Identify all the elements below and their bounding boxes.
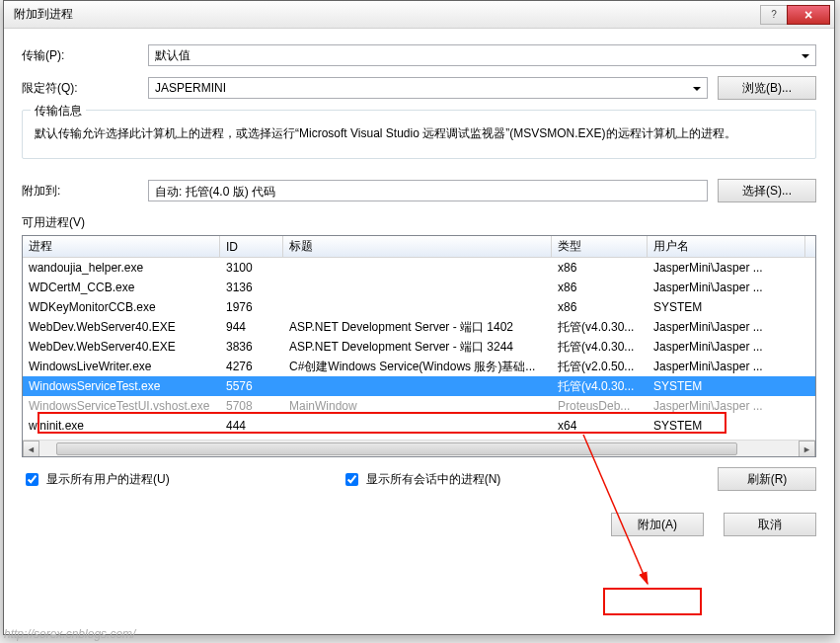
- cell-id: 3100: [220, 261, 283, 275]
- watermark: http://sorex.cnblogs.com/: [4, 627, 135, 641]
- cell-type: 托管(v4.0.30...: [552, 319, 648, 336]
- cell-id: 5708: [220, 399, 283, 413]
- cell-title: ASP.NET Development Server - 端口 1402: [283, 319, 552, 336]
- cell-type: ProteusDeb...: [552, 399, 648, 413]
- cell-user: JasperMini\Jasper ...: [648, 320, 805, 334]
- transport-value: 默认值: [155, 47, 191, 64]
- table-row[interactable]: wininit.exe444x64SYSTEM: [23, 416, 815, 436]
- transport-info-text: 默认传输允许选择此计算机上的进程，或选择运行“Microsoft Visual …: [35, 121, 803, 146]
- cell-proc: WDCertM_CCB.exe: [23, 281, 220, 294]
- qualifier-combo[interactable]: JASPERMINI: [148, 77, 708, 99]
- available-label: 可用进程(V): [22, 214, 816, 231]
- table-row[interactable]: WindowsServiceTestUI.vshost.exe5708MainW…: [23, 396, 815, 416]
- transport-row: 传输(P): 默认值: [22, 44, 816, 66]
- cell-id: 5576: [220, 379, 283, 393]
- cell-user: SYSTEM: [648, 300, 805, 314]
- cell-id: 3836: [220, 340, 283, 354]
- show-all-sessions-checkbox[interactable]: [345, 473, 358, 486]
- list-header: 进程 ID 标题 类型 用户名: [23, 236, 815, 258]
- cell-id: 3136: [220, 281, 283, 294]
- transport-combo[interactable]: 默认值: [148, 44, 816, 66]
- window-buttons: ? ×: [761, 5, 830, 25]
- cell-proc: WindowsServiceTestUI.vshost.exe: [23, 399, 220, 413]
- col-id[interactable]: ID: [220, 236, 283, 257]
- cell-user: JasperMini\Jasper ...: [648, 360, 805, 373]
- help-icon[interactable]: ?: [760, 5, 788, 25]
- table-row[interactable]: WDKeyMonitorCCB.exe1976x86SYSTEM: [23, 297, 815, 317]
- select-button[interactable]: 选择(S)...: [718, 179, 816, 202]
- process-list[interactable]: 进程 ID 标题 类型 用户名 wandoujia_helper.exe3100…: [22, 235, 816, 457]
- transport-label: 传输(P):: [22, 47, 148, 64]
- table-row[interactable]: WebDev.WebServer40.EXE944ASP.NET Develop…: [23, 317, 815, 337]
- table-row[interactable]: WindowsServiceTest.exe5576托管(v4.0.30...S…: [23, 376, 815, 396]
- cell-type: x64: [552, 419, 648, 433]
- table-row[interactable]: WebDev.WebServer40.EXE3836ASP.NET Develo…: [23, 337, 815, 357]
- attach-to-row: 附加到: 自动: 托管(4.0 版) 代码 选择(S)...: [22, 179, 816, 202]
- cell-type: 托管(v4.0.30...: [552, 378, 648, 395]
- col-process[interactable]: 进程: [23, 236, 220, 257]
- show-all-sessions-label: 显示所有会话中的进程(N): [366, 471, 501, 488]
- cell-type: 托管(v2.0.50...: [552, 359, 648, 375]
- cell-user: JasperMini\Jasper ...: [648, 261, 805, 275]
- cell-type: 托管(v4.0.30...: [552, 339, 648, 356]
- table-row[interactable]: wandoujia_helper.exe3100x86JasperMini\Ja…: [23, 258, 815, 278]
- cell-user: SYSTEM: [648, 419, 805, 433]
- attach-to-field: 自动: 托管(4.0 版) 代码: [148, 180, 708, 201]
- browse-button[interactable]: 浏览(B)...: [718, 76, 816, 100]
- cell-proc: WDKeyMonitorCCB.exe: [23, 300, 220, 314]
- list-body: wandoujia_helper.exe3100x86JasperMini\Ja…: [23, 258, 815, 440]
- cell-user: JasperMini\Jasper ...: [648, 399, 805, 413]
- cell-type: x86: [552, 261, 648, 275]
- close-icon[interactable]: ×: [787, 5, 830, 25]
- attach-to-label: 附加到:: [22, 183, 148, 200]
- horizontal-scrollbar[interactable]: ◄ ►: [23, 440, 815, 456]
- dialog-window: 附加到进程 ? × 传输(P): 默认值 限定符(Q): JASPERMINI …: [3, 0, 835, 635]
- scroll-thumb[interactable]: [56, 442, 737, 455]
- show-all-users-check[interactable]: 显示所有用户的进程(U): [22, 470, 170, 489]
- col-title[interactable]: 标题: [283, 236, 552, 257]
- cell-proc: wandoujia_helper.exe: [23, 261, 220, 275]
- attach-button[interactable]: 附加(A): [611, 513, 704, 536]
- table-row[interactable]: WDCertM_CCB.exe3136x86JasperMini\Jasper …: [23, 278, 815, 297]
- show-all-users-checkbox[interactable]: [26, 473, 38, 486]
- show-all-users-label: 显示所有用户的进程(U): [46, 471, 170, 488]
- transport-info-title: 传输信息: [31, 103, 86, 120]
- col-user[interactable]: 用户名: [648, 236, 805, 257]
- show-all-sessions-check[interactable]: 显示所有会话中的进程(N): [342, 470, 501, 489]
- cell-title: ASP.NET Development Server - 端口 3244: [283, 339, 552, 356]
- bottom-buttons: 附加(A) 取消: [22, 513, 816, 536]
- titlebar[interactable]: 附加到进程 ? ×: [4, 1, 834, 29]
- cell-id: 1976: [220, 300, 283, 314]
- cell-proc: WindowsServiceTest.exe: [23, 379, 220, 393]
- dialog-content: 传输(P): 默认值 限定符(Q): JASPERMINI 浏览(B)... 传…: [4, 29, 834, 548]
- cell-proc: WebDev.WebServer40.EXE: [23, 340, 220, 354]
- refresh-button[interactable]: 刷新(R): [718, 467, 816, 491]
- cell-id: 444: [220, 419, 283, 433]
- cell-id: 944: [220, 320, 283, 334]
- cell-proc: WindowsLiveWriter.exe: [23, 360, 220, 373]
- table-row[interactable]: WindowsLiveWriter.exe4276C#创建Windows Ser…: [23, 357, 815, 376]
- cell-proc: wininit.exe: [23, 419, 220, 433]
- qualifier-label: 限定符(Q):: [22, 80, 148, 97]
- qualifier-row: 限定符(Q): JASPERMINI 浏览(B)...: [22, 76, 816, 100]
- cell-user: SYSTEM: [648, 379, 805, 393]
- cell-title: MainWindow: [283, 399, 552, 413]
- checkbox-row: 显示所有用户的进程(U) 显示所有会话中的进程(N) 刷新(R): [22, 467, 816, 491]
- cell-proc: WebDev.WebServer40.EXE: [23, 320, 220, 334]
- attach-to-value: 自动: 托管(4.0 版) 代码: [155, 185, 275, 199]
- cell-type: x86: [552, 300, 648, 314]
- transport-info-group: 传输信息 默认传输允许选择此计算机上的进程，或选择运行“Microsoft Vi…: [22, 110, 816, 159]
- scroll-left-icon[interactable]: ◄: [23, 441, 39, 457]
- qualifier-value: JASPERMINI: [155, 81, 226, 95]
- scroll-right-icon[interactable]: ►: [799, 441, 815, 457]
- cell-id: 4276: [220, 360, 283, 373]
- cell-user: JasperMini\Jasper ...: [648, 340, 805, 354]
- col-type[interactable]: 类型: [552, 236, 648, 257]
- cell-title: C#创建Windows Service(Windows 服务)基础...: [283, 359, 552, 375]
- cell-type: x86: [552, 281, 648, 294]
- window-title: 附加到进程: [14, 6, 761, 23]
- cell-user: JasperMini\Jasper ...: [648, 281, 805, 294]
- cancel-button[interactable]: 取消: [724, 513, 816, 536]
